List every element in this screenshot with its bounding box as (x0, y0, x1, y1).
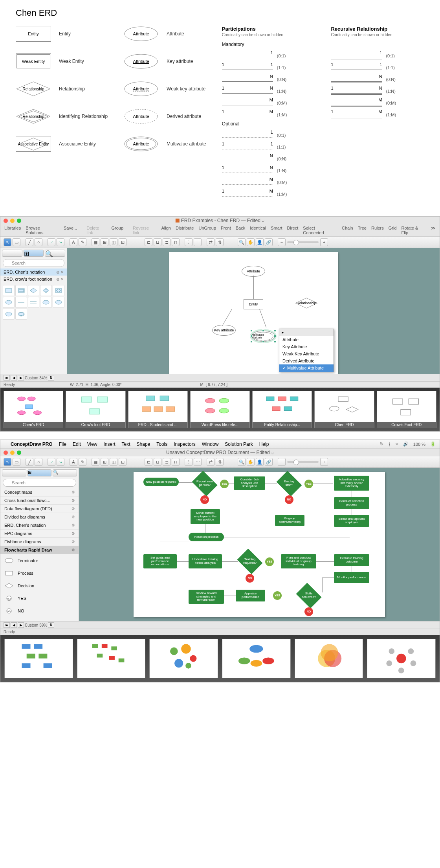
close-window-button[interactable] (4, 451, 8, 455)
canvas-multivalue-attribute-selected[interactable]: Multivalue Attribute (251, 331, 275, 342)
prev-page-button[interactable]: ◀ (11, 375, 17, 381)
flow-new-position[interactable]: New position required (143, 478, 179, 486)
libraries-menu[interactable]: Libraries (4, 226, 21, 235)
flow-select[interactable]: Select and appoint employee (334, 515, 369, 527)
expand-icon[interactable]: ≫ (431, 226, 436, 235)
palette-shape[interactable]: Process (0, 567, 79, 579)
person-icon[interactable]: 👤 (256, 458, 264, 466)
first-page-button[interactable]: ⏮ (4, 622, 10, 628)
connector-tool[interactable]: ⟋ (48, 238, 55, 246)
palette-recursive[interactable] (28, 297, 40, 308)
library-item[interactable]: ERD, Chen's notation⊖ ✕ (0, 268, 67, 276)
library-item[interactable]: Cross-functional flowc...⊗ (0, 497, 79, 505)
palette-assoc-entity[interactable] (53, 285, 64, 296)
close-icon[interactable]: ⊗ (72, 531, 75, 536)
flip-v[interactable]: ⇅ (216, 458, 224, 466)
zoom-stepper[interactable]: ⇅ (48, 622, 54, 628)
palette-attribute[interactable] (3, 297, 15, 308)
flow-move[interactable]: Move current employee to the new positio… (191, 509, 220, 524)
sidebar-tab-3[interactable]: 🔍 (53, 469, 77, 476)
maximize-window-button[interactable] (17, 451, 21, 455)
ctx-multivalue-attribute[interactable]: ✓ Multivalue Attribute (279, 364, 334, 372)
zoom-slider[interactable] (287, 241, 319, 243)
close-icon[interactable]: ⊗ (72, 506, 75, 511)
drawing-canvas[interactable]: Attribute Entity Relationship Key attrib… (169, 252, 338, 374)
palette-shape[interactable]: Terminator (0, 554, 79, 567)
group-menu[interactable]: Group (112, 226, 124, 235)
flow-plan[interactable]: Plan and conduct individual or group tra… (281, 554, 316, 568)
library-item[interactable]: EPC diagrams⊗ (0, 530, 79, 538)
palette-id-relationship[interactable] (40, 285, 52, 296)
time-machine-icon[interactable]: ↻ (380, 441, 383, 447)
zoom-slider[interactable] (287, 461, 319, 463)
browse-solutions-menu[interactable]: Browse Solutions (26, 226, 59, 235)
align-left[interactable]: ⊏ (145, 458, 152, 466)
align-top[interactable]: ⊓ (172, 458, 180, 466)
menu-disclosure-icon[interactable]: ▸ (279, 329, 334, 336)
flow-induction[interactable]: Induction process (189, 533, 224, 541)
pointer-tool[interactable]: ↖ (4, 458, 11, 466)
hand-tool[interactable]: ✋ (247, 458, 255, 466)
flip-v[interactable]: ⇅ (216, 238, 224, 246)
fill-tool[interactable]: ▦ (92, 458, 99, 466)
flow-evaluate[interactable]: Evaluate training outcome (334, 554, 369, 566)
library-item[interactable]: ERD, Chen's notation⊗ (0, 521, 79, 530)
ctx-derived-attribute[interactable]: Derived Attribute (279, 357, 334, 364)
canvas-relationship[interactable]: Relationship (295, 297, 318, 309)
flow-training-decision[interactable]: Training required? (237, 548, 262, 574)
ellipse-tool[interactable]: ○ (35, 458, 42, 466)
align-center[interactable]: ⊔ (154, 238, 161, 246)
flow-conduct[interactable]: Conduct selection process (334, 497, 369, 509)
ctx-attribute[interactable]: Attribute (279, 336, 334, 343)
zoom-level-2[interactable]: Custom 59% (25, 623, 47, 627)
close-icon[interactable]: ⊗ (72, 548, 75, 552)
align-top[interactable]: ⊓ (172, 238, 180, 246)
palette-relationship[interactable] (28, 285, 40, 296)
sidebar-tab-3[interactable]: 🔍 (45, 250, 65, 257)
distribute-h[interactable]: ⋮ (185, 458, 192, 466)
thumbnail[interactable]: Crow's foot ERD (66, 391, 125, 428)
flow-no-3[interactable]: NO (246, 574, 254, 583)
flow-engage[interactable]: Engage contractor/temp (275, 515, 304, 526)
zoom-out-button[interactable]: − (278, 238, 286, 246)
zoom-in-button[interactable]: + (320, 458, 328, 466)
close-icon[interactable]: ⊗ (72, 523, 75, 528)
battery-percent[interactable]: 100 % (413, 442, 425, 447)
palette-shape[interactable]: YESYES (0, 592, 79, 605)
ellipse-tool[interactable]: ○ (35, 238, 42, 246)
flow-yes-3[interactable]: YES (265, 557, 274, 566)
flow-appraise[interactable]: Appraise performance (236, 590, 265, 601)
thumbnail[interactable] (295, 639, 363, 678)
battery-icon[interactable]: 🔋 (430, 441, 436, 447)
close-icon[interactable]: ⊗ (72, 515, 75, 519)
palette-line[interactable] (15, 297, 27, 308)
distribute-h[interactable]: ⋮ (185, 238, 192, 246)
sidebar-tab-2[interactable]: ⊞ (24, 250, 44, 257)
connector-tool[interactable]: ⟋ (48, 458, 55, 466)
pointer-tool[interactable]: ↖ (4, 238, 11, 246)
bluetooth-icon[interactable]: ᚼ (388, 442, 391, 447)
palette-weak-entity[interactable] (15, 285, 27, 296)
canvas-area[interactable]: Attribute Entity Relationship Key attrib… (67, 248, 440, 374)
layers-tool[interactable]: ◫ (110, 458, 117, 466)
search-input-2[interactable] (3, 479, 76, 487)
line-tool[interactable]: ╱ (26, 458, 33, 466)
thumbnail[interactable]: Crow's Foot ERD (377, 391, 436, 428)
flow-yes-2[interactable]: YES (304, 480, 313, 488)
flow-undertake[interactable]: Undertake training needs analysis (189, 554, 222, 568)
thumbnail[interactable] (149, 639, 218, 678)
flow-advertise[interactable]: Advertise vacancy internally and/or exte… (334, 476, 369, 491)
next-page-button[interactable]: ▶ (18, 622, 24, 628)
flip-h[interactable]: ⇄ (207, 458, 214, 466)
palette-shape[interactable]: Data (0, 617, 79, 621)
palette-ellipse-3[interactable] (53, 297, 64, 308)
flow-yes-4[interactable]: YES (273, 591, 282, 600)
palette-shape[interactable]: NONO (0, 605, 79, 617)
library-item[interactable]: Concept maps⊗ (0, 488, 79, 497)
fill-tool[interactable]: ▦ (92, 238, 99, 246)
person-icon[interactable]: 👤 (256, 238, 264, 246)
line-tool[interactable]: ╱ (26, 238, 33, 246)
flow-consider[interactable]: Consider Job analysis Job description (234, 476, 265, 490)
zoom-stepper[interactable]: ⇅ (48, 375, 54, 381)
sidebar-tab-1[interactable] (2, 469, 26, 476)
